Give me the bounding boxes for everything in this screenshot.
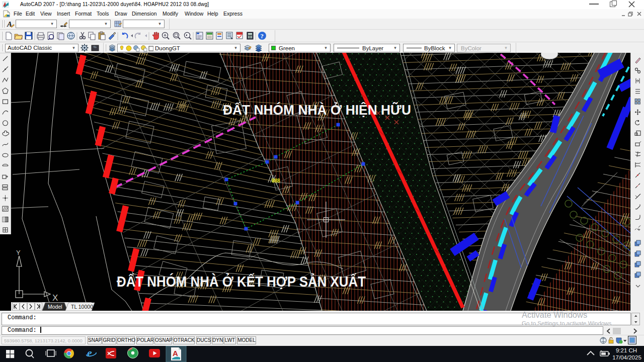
svg-text:TL 10000: TL 10000 bbox=[71, 304, 93, 310]
svg-text:ĐẤT NHÓM NHÀ Ở KẾT HỢP SẢN XUẤ: ĐẤT NHÓM NHÀ Ở KẾT HỢP SẢN XUẤT bbox=[117, 273, 366, 290]
svg-text:Y: Y bbox=[16, 249, 21, 256]
svg-text:888: 888 bbox=[272, 178, 280, 184]
svg-text:e: e bbox=[87, 346, 92, 359]
svg-text:Model: Model bbox=[48, 304, 62, 310]
svg-text:A: A bbox=[173, 349, 178, 357]
svg-text:X: X bbox=[52, 293, 58, 303]
svg-text:?: ? bbox=[261, 32, 264, 40]
svg-text:9:21 CH: 9:21 CH bbox=[616, 347, 637, 353]
svg-text:17/04/2025: 17/04/2025 bbox=[612, 354, 641, 360]
svg-text:ĐẤT NHÓM NHÀ Ở HIỆN HỮU: ĐẤT NHÓM NHÀ Ở HIỆN HỮU bbox=[223, 102, 411, 118]
